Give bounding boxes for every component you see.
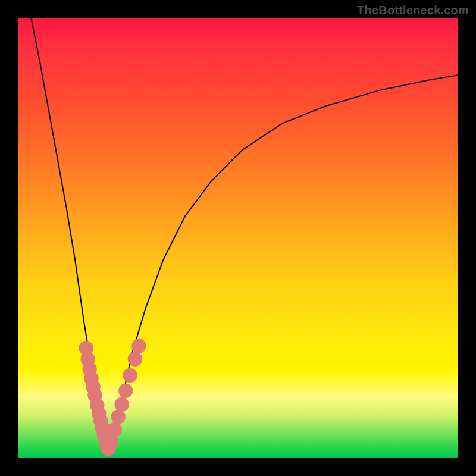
data-marker <box>111 409 126 424</box>
plot-area <box>18 18 458 458</box>
outer-frame: TheBottleneck.com <box>0 0 476 476</box>
curve-markers <box>79 339 146 456</box>
data-marker <box>118 384 133 398</box>
data-marker <box>131 339 146 353</box>
series-right-branch <box>108 75 458 449</box>
data-marker <box>123 368 137 383</box>
watermark-text: TheBottleneck.com <box>357 4 469 17</box>
data-marker <box>114 397 129 412</box>
data-marker <box>128 352 142 366</box>
data-marker <box>108 422 122 437</box>
chart-svg <box>18 18 458 458</box>
